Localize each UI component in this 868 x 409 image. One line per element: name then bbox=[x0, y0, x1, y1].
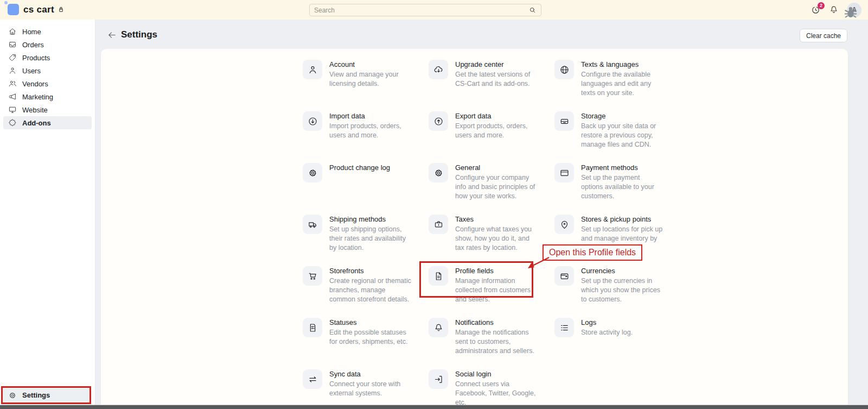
sidebar-item-orders[interactable]: Orders bbox=[3, 38, 92, 51]
clear-cache-button[interactable]: Clear cache bbox=[800, 29, 847, 42]
top-right-controls: 2 A bbox=[810, 0, 861, 20]
settings-item-text: Product change log bbox=[329, 163, 412, 173]
settings-item-export-data[interactable]: Export dataExport products, orders, user… bbox=[429, 111, 554, 163]
settings-item-texts-languages[interactable]: Texts & languagesConfigure the available… bbox=[554, 60, 680, 111]
settings-item-title: Profile fields bbox=[455, 267, 538, 275]
megaphone-icon bbox=[8, 92, 17, 101]
settings-item-description: Manage information collected from custom… bbox=[455, 276, 538, 304]
wallet-icon bbox=[559, 271, 570, 281]
settings-item-title: Currencies bbox=[581, 267, 663, 275]
settings-item-text: Social loginConnect users via Facebook, … bbox=[455, 369, 538, 407]
settings-item-logs[interactable]: LogsStore activity log. bbox=[554, 318, 680, 369]
login-icon bbox=[433, 374, 444, 385]
sidebar-item-label: Marketing bbox=[22, 93, 53, 101]
gear-icon bbox=[8, 391, 17, 400]
cscart-logo[interactable]: cs cart bbox=[8, 4, 54, 15]
settings-item-description: Configure your company info and basic pr… bbox=[455, 173, 538, 201]
settings-item-sync-data[interactable]: Sync dataConnect your store with externa… bbox=[303, 369, 429, 409]
settings-item-description: Connect users via Facebook, Twitter, Goo… bbox=[455, 380, 538, 407]
sidebar-item-home[interactable]: Home bbox=[3, 25, 92, 38]
settings-item-text: StorefrontsCreate regional or thematic b… bbox=[329, 266, 412, 304]
settings-item-shipping-methods[interactable]: Shipping methodsSet up shipping options,… bbox=[303, 215, 429, 266]
settings-item-icon-box bbox=[554, 215, 574, 234]
sidebar-item-users[interactable]: Users bbox=[3, 64, 92, 77]
settings-item-stores-pickup-points[interactable]: Stores & pickup pointsSet up locations f… bbox=[554, 215, 680, 266]
settings-item-icon-box bbox=[554, 111, 574, 131]
settings-item-upgrade-center[interactable]: Upgrade centerGet the latest versions of… bbox=[429, 60, 554, 111]
sidebar-item-marketing[interactable]: Marketing bbox=[3, 90, 92, 103]
cscart-logo-mark bbox=[8, 4, 19, 15]
bell-icon[interactable] bbox=[829, 5, 839, 15]
sidebar-nav: HomeOrdersProductsUsersVendorsMarketingW… bbox=[0, 20, 95, 129]
back-button[interactable] bbox=[107, 30, 117, 40]
window-bottom-edge bbox=[0, 405, 868, 409]
settings-item-description: Configure the available languages and ed… bbox=[581, 70, 663, 98]
settings-item-general[interactable]: GeneralConfigure your company info and b… bbox=[429, 163, 554, 215]
settings-item-icon-box bbox=[429, 60, 448, 79]
user-avatar[interactable]: A bbox=[847, 3, 861, 17]
sidebar-item-settings[interactable]: Settings bbox=[3, 388, 90, 402]
tag-icon bbox=[8, 53, 17, 62]
settings-item-description: Set up the payment options available to … bbox=[581, 173, 663, 201]
arrow-down-circle-icon bbox=[308, 116, 318, 127]
settings-item-icon-box bbox=[303, 163, 322, 183]
settings-item-icon-box bbox=[303, 266, 322, 286]
list-icon bbox=[559, 323, 570, 333]
search-input[interactable] bbox=[310, 7, 528, 14]
sidebar-item-label: Settings bbox=[22, 391, 50, 399]
sidebar-item-label: Vendors bbox=[22, 80, 48, 88]
sidebar-item-vendors[interactable]: Vendors bbox=[3, 77, 92, 90]
cloud-download-icon bbox=[433, 65, 444, 75]
settings-item-description: Configure what taxes you show, how you d… bbox=[455, 225, 538, 253]
settings-item-icon-box bbox=[554, 60, 574, 79]
notification-count-badge: 2 bbox=[818, 2, 825, 9]
sidebar-item-label: Orders bbox=[22, 41, 44, 49]
settings-item-title: Import data bbox=[329, 112, 412, 120]
settings-item-import-data[interactable]: Import dataImport products, orders, user… bbox=[303, 111, 429, 163]
sidebar-item-products[interactable]: Products bbox=[3, 51, 92, 64]
sidebar-item-label: Add-ons bbox=[22, 119, 51, 127]
settings-item-statuses[interactable]: StatusesEdit the possible statuses for o… bbox=[303, 318, 429, 369]
settings-item-product-change-log[interactable]: Product change log bbox=[303, 163, 429, 215]
settings-item-profile-fields[interactable]: Profile fieldsManage information collect… bbox=[429, 266, 554, 318]
settings-item-currencies[interactable]: CurrenciesSet up the currencies in which… bbox=[554, 266, 680, 318]
truck-icon bbox=[308, 219, 318, 230]
briefcase-icon bbox=[433, 219, 444, 230]
document-icon bbox=[433, 271, 444, 281]
settings-item-title: Shipping methods bbox=[329, 215, 412, 223]
status-doc-icon bbox=[308, 323, 318, 333]
settings-item-description: Connect your store with external systems… bbox=[329, 380, 412, 398]
settings-item-storefronts[interactable]: StorefrontsCreate regional or thematic b… bbox=[303, 266, 429, 318]
lock-icon[interactable] bbox=[56, 5, 66, 14]
settings-item-text: AccountView and manage your licensing de… bbox=[329, 60, 412, 89]
settings-item-social-login[interactable]: Social loginConnect users via Facebook, … bbox=[429, 369, 554, 409]
settings-item-description: Export products, orders, users and more. bbox=[455, 122, 538, 140]
cart-icon bbox=[308, 271, 318, 281]
settings-item-payment-methods[interactable]: Payment methodsSet up the payment option… bbox=[554, 163, 680, 215]
settings-item-title: Sync data bbox=[329, 370, 412, 378]
search-icon[interactable] bbox=[528, 6, 537, 14]
settings-item-text: Sync dataConnect your store with externa… bbox=[329, 369, 412, 398]
sidebar-item-label: Products bbox=[22, 54, 50, 62]
settings-item-text: Stores & pickup pointsSet up locations f… bbox=[581, 215, 663, 253]
sidebar-item-add-ons[interactable]: Add-ons bbox=[3, 116, 92, 129]
settings-item-text: StorageBack up your site data or restore… bbox=[581, 111, 663, 149]
settings-item-text: StatusesEdit the possible statuses for o… bbox=[329, 318, 412, 347]
home-icon bbox=[8, 27, 17, 36]
bug-icon bbox=[843, 4, 859, 21]
page-header: Settings Clear cache bbox=[95, 20, 868, 49]
settings-item-taxes[interactable]: TaxesConfigure what taxes you show, how … bbox=[429, 215, 554, 266]
settings-item-storage[interactable]: StorageBack up your site data or restore… bbox=[554, 111, 680, 163]
settings-item-text: Payment methodsSet up the payment option… bbox=[581, 163, 663, 201]
settings-item-notifications[interactable]: NotificationsManage the notifications se… bbox=[429, 318, 554, 369]
settings-item-description: Set up the currencies in which you show … bbox=[581, 276, 663, 304]
global-search bbox=[309, 4, 541, 16]
settings-item-description: Set up locations for pick up and manage … bbox=[581, 225, 663, 253]
top-header-bar: cs cart 2 A bbox=[0, 0, 868, 20]
settings-item-account[interactable]: AccountView and manage your licensing de… bbox=[303, 60, 429, 111]
sidebar-item-website[interactable]: Website bbox=[3, 103, 92, 116]
settings-item-text: Import dataImport products, orders, user… bbox=[329, 111, 412, 140]
settings-item-description: Get the latest versions of CS-Cart and i… bbox=[455, 70, 538, 89]
activity-timer-button[interactable]: 2 bbox=[810, 5, 821, 15]
settings-item-title: Product change log bbox=[329, 163, 412, 172]
